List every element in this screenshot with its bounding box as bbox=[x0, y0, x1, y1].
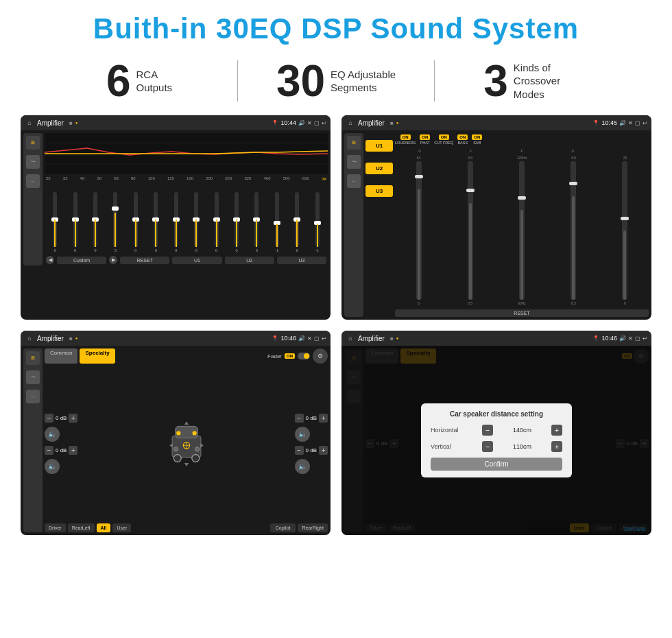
eq-u2-btn[interactable]: U2 bbox=[225, 257, 274, 264]
back-icon-4[interactable]: ↩ bbox=[643, 335, 647, 342]
fader-icon-2[interactable]: 〜 bbox=[26, 370, 40, 384]
eq-main: 2532405063 80100125160200 25032040050063… bbox=[45, 133, 328, 265]
eq-slider-2[interactable]: 0 bbox=[66, 192, 84, 252]
amp2-icon-2[interactable]: 〜 bbox=[347, 155, 361, 169]
back-icon-2[interactable]: ↩ bbox=[643, 120, 647, 126]
window-icon-3[interactable]: ▢ bbox=[314, 335, 320, 342]
topbar-dot-6: ● bbox=[75, 336, 78, 340]
eq-slider-7[interactable]: 0 bbox=[167, 192, 185, 252]
amp2-toggles: ON LOUDNESS ON PHAT ON CUT FREQ ON BASS bbox=[395, 133, 649, 146]
btn-rearleft[interactable]: RearLeft bbox=[68, 523, 95, 532]
close-icon-2[interactable]: ✕ bbox=[628, 120, 633, 126]
btn-user[interactable]: User bbox=[112, 523, 131, 532]
eq-slider-10[interactable]: 0 bbox=[228, 192, 245, 252]
eq-slider-5[interactable]: 0 bbox=[127, 192, 145, 252]
window-icon-2[interactable]: ▢ bbox=[635, 120, 640, 126]
eq-slider-13[interactable]: 0 bbox=[288, 192, 306, 252]
close-icon-3[interactable]: ✕ bbox=[307, 335, 312, 342]
eq-slider-9[interactable]: 0 bbox=[207, 192, 225, 252]
window-icon-4[interactable]: ▢ bbox=[635, 335, 640, 342]
volume-icon: 🔊 bbox=[298, 120, 305, 126]
eq-slider-1[interactable]: 0 bbox=[46, 192, 64, 252]
eq-icon-2[interactable]: 〜 bbox=[26, 155, 40, 169]
plus-btn-1[interactable]: + bbox=[69, 414, 77, 423]
tab-common[interactable]: Common bbox=[45, 348, 77, 364]
eq-slider-11[interactable]: 0 bbox=[248, 192, 265, 252]
dialog-horizontal-plus[interactable]: + bbox=[551, 425, 562, 436]
eq-next-btn[interactable]: ▶ bbox=[109, 256, 117, 264]
amp2-icon-3[interactable]: ↔ bbox=[347, 174, 361, 188]
fader-label: Fader bbox=[267, 353, 282, 359]
fader-icon-3[interactable]: ↔ bbox=[26, 390, 40, 403]
header: Buith-in 30EQ DSP Sound System bbox=[0, 0, 672, 52]
toggle-cutfreq[interactable]: ON CUT FREQ bbox=[434, 134, 453, 145]
fader-icon-1[interactable]: ⊞ bbox=[26, 351, 40, 365]
preset-u2[interactable]: U2 bbox=[365, 163, 393, 174]
minus-btn-2[interactable]: − bbox=[45, 446, 53, 455]
amp2-slider-labels: G F F G bbox=[395, 149, 649, 153]
back-icon-3[interactable]: ↩ bbox=[322, 335, 326, 342]
plus-btn-4[interactable]: + bbox=[319, 446, 328, 455]
volume-icon-2: 🔊 bbox=[619, 120, 626, 126]
eq-slider-3[interactable]: 0 bbox=[86, 192, 104, 252]
minus-btn-3[interactable]: − bbox=[295, 414, 304, 423]
amp2-reset-btn[interactable]: RESET bbox=[395, 309, 649, 317]
plus-btn-3[interactable]: + bbox=[319, 414, 328, 423]
stat-rca-number: 6 bbox=[106, 59, 131, 103]
close-icon[interactable]: ✕ bbox=[307, 120, 312, 126]
home-icon-4[interactable]: ⌂ bbox=[346, 333, 355, 343]
loudness-slider[interactable] bbox=[416, 161, 422, 300]
car-diagram-svg bbox=[163, 420, 211, 468]
btn-all[interactable]: All bbox=[97, 523, 111, 532]
toggle-bass[interactable]: ON BASS bbox=[457, 134, 468, 145]
fader-tabs: Common Specialty Fader ON ⚙ bbox=[45, 348, 328, 364]
toggle-sub[interactable]: ON SUB bbox=[472, 134, 482, 145]
fader-diagram-area: − 0 dB + 🔈 − 0 dB + 🔈 bbox=[45, 366, 328, 521]
eq-u1-btn[interactable]: U1 bbox=[172, 257, 221, 264]
eq-slider-6[interactable]: 0 bbox=[147, 192, 165, 252]
pin-icon-4: 📍 bbox=[592, 335, 599, 342]
confirm-button[interactable]: Confirm bbox=[431, 458, 562, 471]
sub-slider[interactable] bbox=[622, 161, 627, 300]
fader-toggle[interactable] bbox=[298, 353, 310, 359]
stat-eq: 30 EQ AdjustableSegments bbox=[238, 59, 434, 103]
stat-eq-number: 30 bbox=[276, 59, 325, 103]
tab-specialty[interactable]: Specialty bbox=[80, 348, 115, 364]
close-icon-4[interactable]: ✕ bbox=[628, 335, 633, 342]
eq-slider-14[interactable]: -1 bbox=[308, 192, 326, 252]
dialog-vertical-plus[interactable]: + bbox=[551, 441, 562, 452]
btn-driver[interactable]: Driver bbox=[45, 523, 66, 532]
eq-icon-3[interactable]: ↔ bbox=[26, 174, 40, 188]
home-icon-2[interactable]: ⌂ bbox=[346, 118, 355, 128]
window-icon[interactable]: ▢ bbox=[314, 120, 320, 126]
minus-btn-1[interactable]: − bbox=[45, 414, 53, 423]
eq-u3-btn[interactable]: U3 bbox=[277, 257, 326, 264]
preset-u1[interactable]: U1 bbox=[365, 140, 393, 152]
btn-copilot[interactable]: Copilot bbox=[270, 523, 296, 532]
dialog-horizontal-minus[interactable]: − bbox=[482, 425, 493, 436]
phat-slider[interactable] bbox=[468, 161, 473, 300]
eq-preset-custom[interactable]: Custom bbox=[57, 257, 106, 264]
preset-u3[interactable]: U3 bbox=[365, 185, 393, 197]
fader-db-row-3: − 0 dB + bbox=[295, 414, 328, 423]
minus-btn-4[interactable]: − bbox=[295, 446, 304, 455]
dialog-vertical-minus[interactable]: − bbox=[482, 441, 493, 452]
bass-slider[interactable] bbox=[571, 161, 576, 300]
plus-btn-2[interactable]: + bbox=[69, 446, 77, 455]
eq-slider-12[interactable]: -1 bbox=[268, 192, 286, 252]
home-icon[interactable]: ⌂ bbox=[25, 118, 34, 128]
home-icon-3[interactable]: ⌂ bbox=[25, 333, 34, 343]
amp2-icon-1[interactable]: ⊞ bbox=[347, 136, 361, 150]
fader-db-row-2: − 0 dB + bbox=[45, 446, 77, 455]
settings-icon[interactable]: ⚙ bbox=[313, 348, 328, 364]
btn-rearright[interactable]: RearRight bbox=[298, 523, 328, 532]
eq-slider-4[interactable]: 5 bbox=[106, 192, 124, 252]
eq-slider-8[interactable]: 0 bbox=[187, 192, 205, 252]
eq-reset-btn[interactable]: RESET bbox=[120, 257, 169, 264]
back-icon[interactable]: ↩ bbox=[322, 120, 326, 126]
toggle-loudness[interactable]: ON LOUDNESS bbox=[395, 134, 416, 145]
eq-prev-btn[interactable]: ◀ bbox=[46, 256, 54, 264]
cutfreq-slider[interactable] bbox=[519, 161, 525, 300]
toggle-phat[interactable]: ON PHAT bbox=[420, 134, 430, 145]
eq-icon-1[interactable]: ⊞ bbox=[26, 136, 40, 150]
